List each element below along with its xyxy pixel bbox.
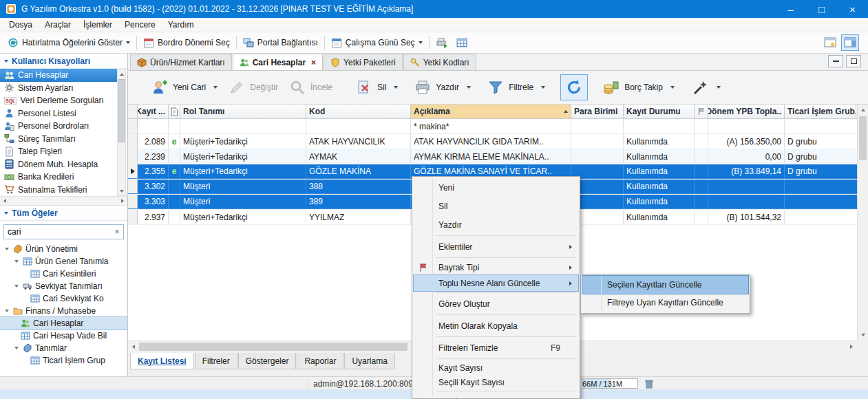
menu-pencere[interactable]: Pencere	[118, 19, 162, 31]
filter-button[interactable]: Filtrele	[482, 74, 551, 100]
expander-icon[interactable]	[12, 260, 20, 263]
refresh-button[interactable]	[560, 74, 588, 100]
tree-item-urun-yonetimi[interactable]: Ürün Yönetimi	[0, 243, 127, 255]
chevron-down-icon[interactable]	[717, 86, 721, 89]
column-header-code[interactable]: Kod	[306, 105, 411, 118]
tab-urun-hizmet-kartlari[interactable]: Ürün/Hizmet Kartları	[130, 54, 232, 70]
grid-view-button[interactable]	[452, 35, 472, 50]
minimize-window-button[interactable]: –	[775, 0, 806, 18]
garbage-collect-button[interactable]	[643, 378, 655, 389]
chevron-down-icon[interactable]	[126, 41, 130, 44]
portal-link-button[interactable]: Portal Bağlantısı	[239, 35, 322, 50]
column-header-period-total[interactable]: Dönem YPB Topla..	[708, 105, 785, 118]
menu-item-bayrak-tipi[interactable]: Bayrak Tipi	[414, 259, 578, 275]
table-row[interactable]: 2.089 e Müşteri+Tedarikçi ATAK HAYVANCIL…	[128, 134, 857, 149]
menu-item-filtreleri-temizle[interactable]: Filtreleri TemizleF9	[414, 338, 578, 357]
column-header-badge-icon[interactable]	[169, 105, 180, 118]
shortcut-list-scrollbar[interactable]	[117, 69, 126, 196]
tab-filtreler[interactable]: Filtreler	[195, 353, 237, 369]
tab-cari-hesaplar[interactable]: Cari Hesaplar ×	[233, 54, 323, 70]
menu-item-veri-istatistikleri[interactable]: Veri İstatistikleri	[414, 393, 578, 399]
scroll-right-icon[interactable]	[118, 199, 127, 203]
menu-item-kayit-sayisi[interactable]: Kayıt Sayısı	[414, 360, 578, 375]
column-header-trade-group[interactable]: Ticari İşlem Grub..	[785, 105, 856, 118]
chevron-down-icon[interactable]	[670, 86, 675, 89]
menu-item-gorev-olustur[interactable]: Görev Oluştur	[414, 294, 578, 313]
inspect-button[interactable]: İncele	[284, 74, 338, 100]
tree-item-cari-sevkiyat[interactable]: Cari Sevkiyat Ko	[0, 292, 127, 305]
chevron-down-icon[interactable]	[213, 86, 218, 89]
vertical-scrollbar[interactable]	[857, 105, 868, 341]
chevron-down-icon[interactable]	[394, 86, 398, 89]
menu-item-sil[interactable]: Sil	[414, 197, 578, 215]
tab-yetki-kodlari[interactable]: Yetki Kodları	[403, 54, 476, 70]
expander-icon[interactable]	[12, 285, 20, 288]
favorites-window-button[interactable]	[821, 34, 839, 51]
scroll-up-icon[interactable]	[858, 105, 868, 116]
workday-select-button[interactable]: Çalışma Günü Seç	[327, 35, 427, 50]
minimize-panel-button[interactable]	[828, 55, 843, 67]
scroll-down-icon[interactable]	[118, 186, 125, 195]
debt-tracking-button[interactable]: Borç Takip	[597, 74, 680, 100]
column-header-record-no[interactable]: Kayıt ...	[138, 105, 169, 118]
column-header-status[interactable]: Kayıt Durumu	[624, 105, 695, 118]
payroll-period-button[interactable]: Bordro Dönemi Seç	[139, 35, 234, 50]
filter-record-no[interactable]	[138, 119, 169, 133]
submenu-item-secilen-kayitlari-guncelle[interactable]: Seçilen Kayıtları Güncelle	[582, 276, 748, 294]
sidebar-item-donem-muh-hesapla[interactable]: Dönem Muh. Hesapla	[0, 158, 117, 171]
tab-uyarlama[interactable]: Uyarlama	[344, 353, 394, 369]
scroll-left-icon[interactable]	[0, 199, 10, 203]
table-row[interactable]: 2.239 Müşteri+Tedarikçi AYMAK AYMAK KIRM…	[128, 149, 857, 164]
chevron-down-icon[interactable]	[419, 41, 423, 44]
filter-trade-group[interactable]	[785, 119, 856, 133]
sidebar-item-sistem-ayarlari[interactable]: Sistem Ayarları	[0, 82, 117, 95]
menu-item-metin-kopyala[interactable]: Metin Olarak Kopyala	[414, 316, 578, 335]
export-print-button[interactable]	[432, 35, 452, 50]
filter-status[interactable]	[624, 119, 695, 133]
close-tab-icon[interactable]: ×	[311, 58, 316, 67]
layout-window-button[interactable]	[841, 34, 859, 51]
filter-code[interactable]	[306, 119, 411, 133]
edit-button[interactable]: Değiştir	[223, 74, 284, 100]
sidebar-item-cari-hesaplar[interactable]: Cari Hesaplar	[0, 69, 117, 82]
menu-dosya[interactable]: Dosya	[3, 19, 39, 31]
sidebar-item-personel-listesi[interactable]: Personel Listesi	[0, 107, 117, 120]
scrollbar-thumb[interactable]	[139, 343, 407, 351]
menu-araclar[interactable]: Araçlar	[39, 19, 77, 31]
scroll-up-icon[interactable]	[118, 69, 125, 78]
filter-currency[interactable]	[571, 119, 624, 133]
maximize-panel-button[interactable]	[846, 55, 861, 67]
reminder-toggle-button[interactable]: Hatırlatma Öğelerini Göster	[3, 35, 134, 50]
search-input[interactable]	[4, 227, 111, 237]
sidebar-item-surec-tanimlari[interactable]: Süreç Tanımları	[0, 133, 117, 146]
menu-yardim[interactable]: Yardım	[162, 19, 200, 31]
column-header-flag-icon[interactable]	[695, 105, 708, 118]
submenu-item-filtreye-uyan-guncelle[interactable]: Filtreye Uyan Kayıtları Güncelle	[582, 294, 748, 312]
tree-item-cari-hesap-vade[interactable]: Cari Hesap Vade Bil	[0, 330, 127, 342]
sidebar-item-talep-fisleri[interactable]: Talep Fişleri	[0, 145, 117, 158]
menu-item-secili-kayit-sayisi[interactable]: Seçili Kayıt Sayısı	[414, 375, 578, 389]
menu-item-yazdir[interactable]: Yazdır	[414, 215, 578, 234]
sidebar-item-veri-derleme[interactable]: SQL Veri Derleme Sorguları	[0, 94, 117, 107]
maximize-window-button[interactable]: □	[806, 0, 837, 18]
scroll-down-icon[interactable]	[858, 330, 868, 341]
all-items-header[interactable]: Tüm Öğeler	[0, 206, 127, 221]
expander-icon[interactable]	[3, 248, 10, 250]
tab-kayit-listesi[interactable]: Kayıt Listesi	[130, 353, 194, 369]
chevron-down-icon[interactable]	[467, 86, 471, 89]
expander-icon[interactable]	[3, 310, 10, 312]
scrollbar-thumb[interactable]	[859, 116, 867, 160]
new-cari-button[interactable]: Yeni Cari	[146, 74, 223, 100]
tree-item-ticari-islem-grup[interactable]: Ticari İşlem Grup	[0, 354, 127, 367]
filter-description[interactable]: * makina*	[411, 119, 571, 133]
chevron-down-icon[interactable]	[541, 86, 545, 89]
tree-item-cari-kesintileri[interactable]: Cari Kesintileri	[0, 268, 127, 280]
tree-item-tanimlar[interactable]: Tanımlar	[0, 342, 127, 354]
scrollbar-thumb[interactable]	[118, 79, 125, 142]
clear-search-icon[interactable]: ×	[111, 225, 123, 239]
shortcuts-header[interactable]: Kullanıcı Kısayolları	[0, 54, 127, 69]
tab-yetki-paketleri[interactable]: Yetki Paketleri	[324, 54, 403, 70]
shortcut-hscrollbar[interactable]	[0, 196, 127, 206]
filter-period-total[interactable]	[708, 119, 785, 133]
tab-raporlar[interactable]: Raporlar	[297, 353, 343, 369]
